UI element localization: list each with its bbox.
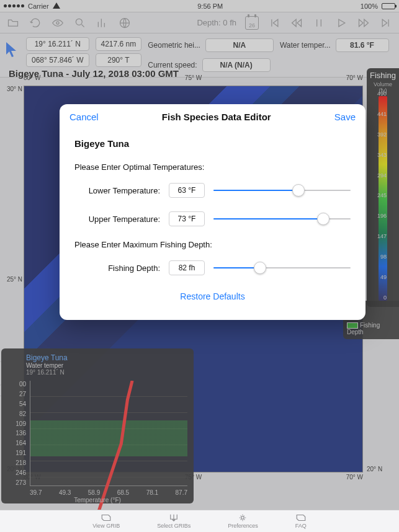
tab-preferences[interactable]: Preferences — [228, 513, 258, 529]
lower-temp-field[interactable]: 63 °F — [169, 183, 205, 198]
restore-defaults-button[interactable]: Restore Defaults — [74, 291, 351, 301]
svg-point-3 — [241, 516, 244, 520]
lower-temp-label: Lower Temperature: — [81, 186, 160, 195]
upper-temp-slider[interactable] — [213, 213, 351, 225]
lower-temp-slider[interactable] — [213, 184, 351, 197]
lower-temp-row: Lower Temperature: 63 °F — [81, 183, 351, 198]
upper-temp-field[interactable]: 73 °F — [169, 211, 205, 226]
save-button[interactable]: Save — [334, 112, 356, 122]
fishing-depth-slider[interactable] — [213, 262, 351, 274]
depth-section-label: Please Enter Maximum Fishing Depth: — [74, 240, 351, 249]
species-editor-modal: Cancel Fish Species Data Editor Save Big… — [60, 104, 365, 320]
fishing-depth-row: Fishing Depth: 82 fh — [81, 260, 351, 275]
fishing-depth-field[interactable]: 82 fh — [169, 260, 205, 275]
tab-select-gribs[interactable]: Select GRIBs — [157, 513, 191, 529]
upper-temp-row: Upper Temperature: 73 °F — [81, 211, 351, 226]
species-name: Bigeye Tuna — [74, 138, 351, 149]
tab-view-grib[interactable]: View GRIB — [92, 513, 120, 529]
modal-title: Fish Species Data Editor — [162, 112, 271, 122]
temps-section-label: Please Enter Optimal Temperatures: — [74, 162, 351, 172]
tab-faq[interactable]: FAQ — [295, 513, 307, 529]
cancel-button[interactable]: Cancel — [69, 112, 99, 122]
bottom-tabbar: View GRIB Select GRIBs Preferences FAQ — [0, 510, 399, 532]
fishing-depth-label: Fishing Depth: — [81, 264, 160, 273]
upper-temp-label: Upper Temperature: — [81, 215, 160, 224]
